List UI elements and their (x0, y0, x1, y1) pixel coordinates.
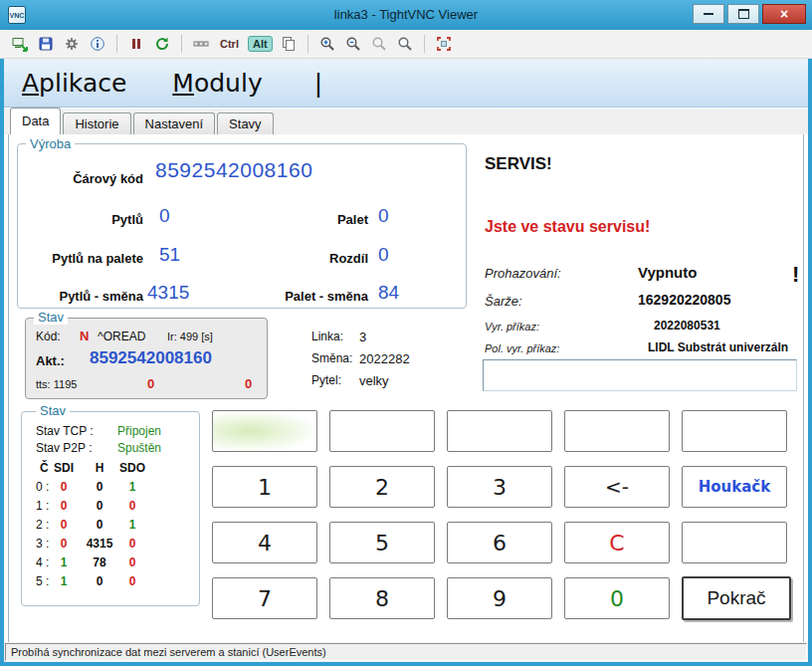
io-row-h: 0 (80, 480, 119, 494)
col-header-h: H (80, 461, 119, 475)
pause-icon[interactable] (126, 34, 146, 54)
keypad-2-button[interactable]: 2 (329, 466, 435, 508)
reader-zero-2: 0 (245, 376, 252, 391)
io-row-sdo: 0 (117, 574, 147, 588)
window-frame-right (808, 30, 812, 666)
zoom-in-icon[interactable] (317, 34, 337, 54)
app-menubar: Aplikace Moduly | (4, 59, 808, 108)
pokrac-button[interactable]: Pokrač (682, 576, 791, 620)
vyr-prikaz-value: 2022080531 (654, 319, 720, 333)
keypad-blank[interactable] (329, 410, 435, 452)
menu-aplikace[interactable]: Aplikace (22, 69, 126, 98)
keypad-4-button[interactable]: 4 (212, 522, 317, 563)
tab-panel-data: Výroba Čárový kód 8592542008160 Pytlů 0 … (8, 133, 804, 644)
menu-moduly[interactable]: Moduly (172, 69, 262, 98)
smena-label: Směna: (311, 351, 352, 365)
reader-zero-1: 0 (147, 376, 154, 391)
servis-alert-mark: ! (792, 262, 799, 288)
io-row-sdi: 0 (54, 537, 74, 551)
zoom-100-icon[interactable] (369, 34, 389, 54)
zoom-out-icon[interactable] (343, 34, 363, 54)
maximize-button[interactable] (727, 4, 759, 24)
io-row-sdi: 1 (54, 574, 74, 588)
palet-value: 0 (378, 205, 389, 227)
io-row-h: 0 (80, 574, 119, 588)
servis-warning: Jste ve stavu servisu! (485, 218, 650, 236)
keypad-3-button[interactable]: 3 (447, 466, 552, 508)
tab-historie[interactable]: Historie (63, 112, 130, 134)
linka-label: Linka: (311, 330, 343, 343)
prohazovani-value: Vypnuto (638, 264, 697, 281)
save-session-icon[interactable] (36, 34, 56, 54)
keypad-blank[interactable] (447, 410, 552, 452)
keypad-0-button[interactable]: 0 (564, 577, 670, 619)
io-row-h: 4315 (80, 537, 119, 551)
close-button[interactable]: × (762, 4, 806, 24)
keypad-blank[interactable] (564, 410, 670, 452)
io-row-sdo: 0 (117, 555, 147, 569)
close-icon: × (780, 6, 788, 22)
ctrl-alt-del-icon[interactable] (191, 34, 211, 54)
window-frame-left (0, 30, 4, 666)
keypad-8-button[interactable]: 8 (329, 577, 435, 619)
zoom-auto-icon[interactable] (395, 34, 415, 54)
refresh-icon[interactable] (152, 34, 172, 54)
tab-nastaveni[interactable]: Nastavení (133, 112, 216, 134)
io-row-sdo: 1 (117, 480, 147, 494)
linka-value: 3 (359, 330, 366, 344)
keypad-9-button[interactable]: 9 (447, 577, 552, 619)
menu-separator: | (314, 69, 322, 98)
io-row-h: 78 (80, 555, 119, 569)
tab-stavy[interactable]: Stavy (217, 112, 274, 134)
ir-text: Ir: 499 [s] (167, 331, 213, 342)
toolbar-separator (307, 35, 308, 53)
kod-flag: N (80, 329, 89, 343)
tab-data[interactable]: Data (10, 108, 61, 134)
tcp-status: Připojen (117, 424, 161, 438)
kod-text: ^OREAD (98, 330, 145, 343)
pytlu-smena-value: 4315 (147, 282, 189, 304)
new-connection-icon[interactable] (10, 34, 30, 54)
keypad-7-button[interactable]: 7 (212, 577, 317, 619)
houkack-button[interactable]: Houkačk (682, 466, 787, 508)
barcode-value: 8592542008160 (155, 158, 312, 182)
minimize-icon (704, 13, 713, 15)
keypad-blank[interactable] (682, 410, 787, 452)
sarze-label: Šarže: (485, 294, 522, 309)
keypad-5-button[interactable]: 5 (329, 522, 435, 563)
keypad-clear-button[interactable]: C (564, 522, 670, 563)
app-status-bar: Probíhá synchronizace dat mezi serverem … (4, 642, 808, 662)
col-header-sdo: SDO (117, 461, 147, 475)
pytel-label: Pytel: (311, 373, 341, 387)
title-bar[interactable]: VNC linka3 - TightVNC Viewer × (0, 0, 812, 30)
keypad-1-button[interactable]: 1 (212, 466, 317, 508)
rozdil-value: 0 (378, 244, 389, 266)
io-row-sdi: 1 (54, 555, 74, 569)
vyroba-group-label: Výroba (26, 137, 75, 151)
io-row-h: 0 (80, 518, 119, 532)
io-row-sdo: 1 (117, 518, 147, 532)
servis-title: SERVIS! (485, 154, 552, 174)
alt-key-button[interactable]: Alt (248, 36, 273, 52)
keypad-blank[interactable] (682, 522, 787, 563)
keypad-backspace-button[interactable]: <- (564, 466, 670, 508)
copy-icon[interactable] (279, 34, 299, 54)
palet-smena-label: Palet - směna (247, 289, 368, 304)
minimize-button[interactable] (693, 4, 724, 24)
vyroba-groupbox: Výroba Čárový kód 8592542008160 Pytlů 0 … (17, 143, 467, 309)
service-input[interactable] (483, 359, 797, 391)
io-row-sdo: 0 (117, 499, 147, 513)
toolbar-separator (181, 35, 182, 53)
akt-value: 8592542008160 (90, 348, 212, 368)
window-title: linka3 - TightVNC Viewer (0, 0, 812, 30)
keypad-6-button[interactable]: 6 (447, 522, 552, 563)
full-screen-icon[interactable] (434, 34, 454, 54)
toolbar-separator (116, 35, 117, 53)
connection-options-icon[interactable] (62, 34, 82, 54)
vnc-toolbar: Ctrl Alt (0, 30, 812, 59)
connection-info-icon[interactable] (88, 34, 107, 54)
keypad-blank-special[interactable] (212, 410, 317, 452)
pytlu-palete-label: Pytlů na palete (22, 251, 143, 266)
smena-value: 2022282 (359, 351, 410, 366)
ctrl-key-button[interactable]: Ctrl (217, 37, 242, 51)
